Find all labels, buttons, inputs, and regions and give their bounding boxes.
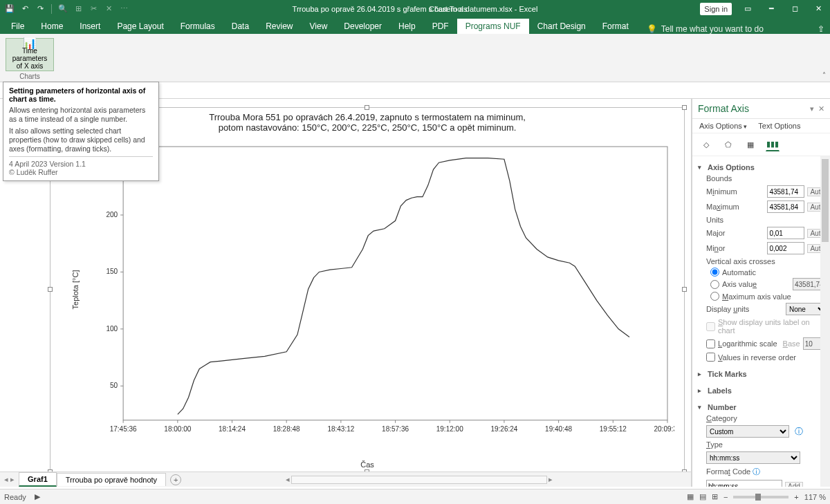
maximum-input[interactable] xyxy=(767,200,804,213)
pane-scrollbar[interactable] xyxy=(820,156,830,487)
reverse-label: Values in reverse order xyxy=(718,353,796,362)
view-break-icon[interactable]: ⊞ xyxy=(712,492,718,501)
svg-text:19:40:48: 19:40:48 xyxy=(545,425,572,433)
maximize-icon[interactable]: ◻ xyxy=(783,0,806,17)
x-axis-label[interactable]: Čas xyxy=(360,460,374,469)
tab-home[interactable]: Home xyxy=(33,19,71,34)
resize-handle[interactable] xyxy=(682,105,687,110)
section-labels[interactable]: ▸Labels xyxy=(698,385,827,396)
qat-icon-4[interactable]: ⋯ xyxy=(118,3,129,15)
tab-chart-design[interactable]: Chart Design xyxy=(529,19,594,34)
section-tick-marks[interactable]: ▸Tick Marks xyxy=(698,368,827,380)
sign-in-button[interactable]: Sign in xyxy=(700,3,732,15)
section-number[interactable]: ▾Number xyxy=(698,402,827,413)
minimum-input[interactable] xyxy=(767,185,804,198)
macro-icon[interactable]: ▶ xyxy=(35,492,40,501)
chart-svg: 5010015020025017:45:3618:00:0018:14:2418… xyxy=(85,141,674,441)
svg-text:20:09:36: 20:09:36 xyxy=(654,425,674,433)
type-label: Type xyxy=(698,439,827,450)
pane-title: Format Axis xyxy=(698,103,806,114)
show-du-label: Show display units label on chart xyxy=(718,318,827,335)
info-icon[interactable]: ⓘ xyxy=(795,426,803,438)
minimum-label: Minimum xyxy=(706,187,764,196)
pane-dropdown-icon[interactable]: ▾ xyxy=(810,104,814,113)
minimize-icon[interactable]: ━ xyxy=(759,0,783,17)
add-button[interactable]: Add xyxy=(785,482,803,487)
fill-icon[interactable]: ◇ xyxy=(699,138,713,151)
format-code-label: Format Code ⓘ xyxy=(698,465,827,478)
y-axis-label[interactable]: Teplota [°C] xyxy=(71,270,80,310)
pane-close-icon[interactable]: ✕ xyxy=(818,104,824,113)
tab-pdf[interactable]: PDF xyxy=(424,19,457,34)
category-select[interactable]: Custom xyxy=(706,425,789,438)
axis-icon[interactable]: ▮▮▮ xyxy=(766,138,780,151)
category-label: Category xyxy=(698,413,827,424)
tooltip-footer1: 4 April 2023 Version 1.1 xyxy=(9,160,153,168)
plot-area[interactable]: 5010015020025017:45:3618:00:0018:14:2418… xyxy=(85,141,674,441)
axis-value-radio[interactable] xyxy=(710,280,719,289)
tab-format[interactable]: Format xyxy=(594,19,637,34)
tab-developer[interactable]: Developer xyxy=(335,19,390,34)
size-icon[interactable]: ▦ xyxy=(744,138,757,151)
svg-text:18:28:48: 18:28:48 xyxy=(273,425,300,433)
format-axis-pane: Format Axis ▾ ✕ Axis Options Text Option… xyxy=(692,99,830,487)
format-code-input[interactable] xyxy=(706,480,782,487)
resize-handle[interactable] xyxy=(48,287,53,292)
effects-icon[interactable]: ⬠ xyxy=(721,138,735,151)
undo-icon[interactable]: ↶ xyxy=(19,3,30,15)
automatic-radio[interactable] xyxy=(710,268,719,277)
tab-formulas[interactable]: Formulas xyxy=(172,19,223,34)
time-parameters-button[interactable]: 📊 Time parameters of X axis xyxy=(6,38,54,71)
sheet-tab-data[interactable]: Trrouba po opravě hodnoty xyxy=(57,473,166,486)
sheet-nav[interactable]: ◂ ▸ xyxy=(0,475,19,484)
svg-text:200: 200 xyxy=(106,211,118,218)
qat-icon-2[interactable]: ✂ xyxy=(88,3,99,15)
section-axis-options[interactable]: ▾Axis Options xyxy=(698,162,827,173)
tab-view[interactable]: View xyxy=(302,19,336,34)
tab-insert[interactable]: Insert xyxy=(71,19,109,34)
add-sheet-button[interactable]: + xyxy=(170,474,181,485)
ribbon-display-icon[interactable]: ▭ xyxy=(736,0,759,17)
zoom-out-icon[interactable]: − xyxy=(723,493,728,501)
zoom-in-icon[interactable]: + xyxy=(794,493,798,501)
resize-handle[interactable] xyxy=(365,105,369,110)
zoom-slider[interactable] xyxy=(733,496,788,498)
status-bar: Ready ▶ ▦ ▤ ⊞ − + 117 % xyxy=(0,489,830,504)
horizontal-scrollbar[interactable]: ◂▸ xyxy=(286,475,691,484)
reverse-checkbox[interactable] xyxy=(706,353,715,362)
view-page-icon[interactable]: ▤ xyxy=(699,492,706,501)
resize-handle[interactable] xyxy=(682,287,687,292)
tell-me[interactable]: 💡 Tell me what you want to do xyxy=(647,24,764,34)
ribbon: 📊 Time parameters of X axis Charts ˄ xyxy=(0,34,830,82)
tab-programs-nuf[interactable]: Programs NUF xyxy=(457,19,529,34)
axis-options-tab[interactable]: Axis Options xyxy=(699,122,747,130)
close-icon[interactable]: ✕ xyxy=(806,0,830,17)
major-input[interactable] xyxy=(767,227,804,239)
text-options-tab[interactable]: Text Options xyxy=(758,122,800,130)
svg-text:18:00:00: 18:00:00 xyxy=(164,425,191,433)
type-select[interactable]: hh:mm:ss xyxy=(706,451,800,464)
tab-review[interactable]: Review xyxy=(257,19,301,34)
qat-icon-1[interactable]: ⊞ xyxy=(73,3,84,15)
lightbulb-icon: 💡 xyxy=(647,24,657,34)
collapse-ribbon-icon[interactable]: ˄ xyxy=(822,71,826,79)
max-axis-value-radio[interactable] xyxy=(710,292,719,301)
tab-data[interactable]: Data xyxy=(223,19,257,34)
svg-text:19:26:24: 19:26:24 xyxy=(490,425,517,433)
preview-icon[interactable]: 🔍 xyxy=(57,3,68,15)
minor-input[interactable] xyxy=(767,242,804,254)
tooltip-footer2: © Luděk Ruffer xyxy=(9,168,153,176)
sheet-tab-graf1[interactable]: Graf1 xyxy=(19,472,57,487)
share-button[interactable]: ⇪ xyxy=(818,24,824,34)
tab-file[interactable]: File xyxy=(3,19,33,34)
zoom-level[interactable]: 117 % xyxy=(804,493,826,501)
tab-help[interactable]: Help xyxy=(390,19,424,34)
save-icon[interactable]: 💾 xyxy=(4,3,15,15)
log-scale-checkbox[interactable] xyxy=(706,339,715,348)
tooltip-body2: It also allows setting selected chart pr… xyxy=(9,127,153,153)
major-label: Major xyxy=(706,229,764,237)
qat-icon-3[interactable]: ✕ xyxy=(103,3,114,15)
tab-page-layout[interactable]: Page Layout xyxy=(109,19,172,34)
view-normal-icon[interactable]: ▦ xyxy=(687,492,694,501)
redo-icon[interactable]: ↷ xyxy=(35,3,46,15)
